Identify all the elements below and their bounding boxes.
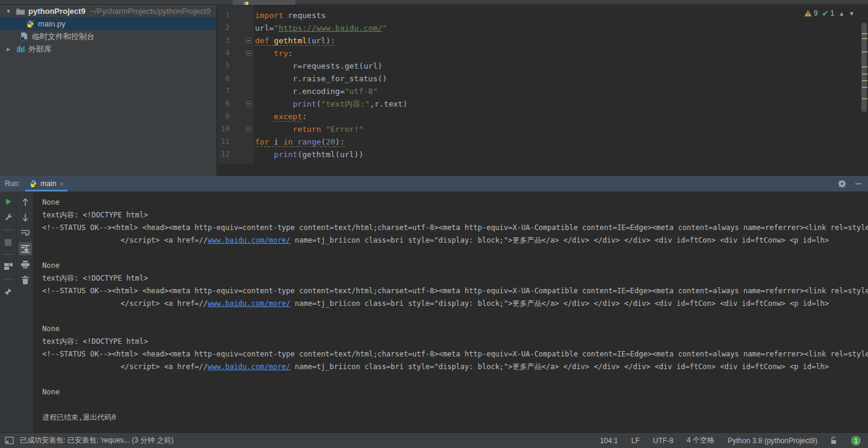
chevron-right-icon[interactable]: ▸ <box>5 43 12 55</box>
indent-setting[interactable]: 4 个空格 <box>687 435 714 446</box>
fold-marker-icon[interactable] <box>246 101 251 107</box>
code-token: "utf-8" <box>345 87 378 96</box>
stop-button[interactable] <box>2 235 15 249</box>
line-number: 2 <box>218 22 230 34</box>
code-token: print <box>274 150 297 159</box>
warnings-indicator[interactable]: 9 <box>804 9 818 17</box>
console-line: <!--STATUS OK--><html> <head><meta http-… <box>42 348 868 361</box>
code-text: url="https://www.baidu.com/" <box>255 22 387 34</box>
typos-indicator[interactable]: ✔ 1 <box>822 9 835 18</box>
code-token: text内容: <!DOCTYPE html> <box>42 337 148 346</box>
code-token: r.raise_for_status() <box>255 74 387 83</box>
code-line[interactable]: 7 r.encoding="utf-8" <box>218 85 868 98</box>
code-line[interactable]: 4 try: <box>218 47 868 60</box>
code-editor[interactable]: 1import requests2url="https://www.baidu.… <box>218 5 868 176</box>
unlocked-icon[interactable] <box>831 437 838 444</box>
tree-row-project-root[interactable]: ▾ pythonProject9 ~/PycharmProjects/pytho… <box>0 5 216 17</box>
python-interpreter[interactable]: Python 3.8 (pythonProject9) <box>728 437 817 445</box>
trash-icon <box>22 276 29 284</box>
code-token <box>255 112 274 121</box>
pin-tab-button[interactable] <box>2 285 15 298</box>
chevron-down-icon[interactable]: ▾ <box>5 5 12 17</box>
code-line[interactable]: 5 r=requests.get(url) <box>218 60 868 72</box>
code-line[interactable]: 9 except: <box>218 110 868 123</box>
up-stacktrace-button[interactable] <box>19 195 32 208</box>
code-line[interactable]: 8 print("text内容:",r.text) <box>218 98 868 110</box>
restore-layout-button[interactable] <box>2 260 15 273</box>
hyperlink[interactable]: https://www.baidu.com/ <box>278 23 382 33</box>
code-token: <!--STATUS OK--><html> <head><meta http-… <box>42 287 868 295</box>
code-line[interactable]: 6 r.raise_for_status() <box>218 72 868 85</box>
console-line <box>42 247 868 260</box>
code-token: requests <box>283 11 326 20</box>
code-text: print(gethtml(url)) <box>255 148 363 161</box>
code-token: None <box>42 388 60 396</box>
down-stacktrace-button[interactable] <box>19 211 32 224</box>
tree-row-external-libraries[interactable]: ▸ 外部库 <box>0 43 216 55</box>
line-ending[interactable]: LF <box>631 437 640 445</box>
run-tab-main[interactable]: main × <box>25 176 68 191</box>
tree-row-scratches[interactable]: ▾ 临时文件和控制台 <box>0 30 216 43</box>
fold-marker-icon[interactable] <box>246 51 251 56</box>
code-line[interactable]: 2url="https://www.baidu.com/" <box>218 22 868 34</box>
project-root-name: pythonProject9 <box>28 5 86 17</box>
code-line[interactable]: 10 return "Error!" <box>218 123 868 135</box>
warning-stripe-mark[interactable] <box>862 73 867 75</box>
tree-row-main-py[interactable]: ▾ main.py <box>0 17 216 30</box>
editor-scrollbar[interactable] <box>860 5 868 176</box>
fold-marker-icon[interactable] <box>246 38 251 43</box>
warning-stripe-mark[interactable] <box>862 51 867 52</box>
warnings-count: 9 <box>814 9 818 17</box>
warning-stripe-mark[interactable] <box>862 33 867 34</box>
warning-stripe-mark[interactable] <box>862 80 867 81</box>
code-line[interactable]: 13 <box>218 161 868 164</box>
inspection-widget[interactable]: 9 ✔ 1 ▲ ▼ <box>804 7 855 19</box>
line-number: 11 <box>218 135 230 148</box>
rerun-button[interactable] <box>2 195 15 208</box>
code-text: r.raise_for_status() <box>255 72 387 85</box>
soft-wrap-button[interactable] <box>19 226 32 240</box>
tool-window-toggle-icon[interactable] <box>5 437 14 444</box>
code-token: i <box>269 137 283 147</box>
run-console-output[interactable]: Nonetext内容: <!DOCTYPE html><!--STATUS OK… <box>34 191 868 432</box>
warning-stripe-mark[interactable] <box>862 66 867 67</box>
tree-item-label: main.py <box>38 17 66 30</box>
code-line[interactable]: 3def gethtml(url): <box>218 34 868 47</box>
close-icon[interactable]: × <box>59 179 64 188</box>
print-button[interactable] <box>19 258 32 271</box>
editor-tab-fragment[interactable] <box>233 0 295 5</box>
code-token: "text内容:" <box>321 99 370 108</box>
hyperlink[interactable]: www.baidu.com/more/ <box>208 236 291 244</box>
clear-console-button[interactable] <box>19 273 32 287</box>
run-tool-window-header: Run: main × <box>0 176 868 191</box>
code-line[interactable]: 1import requests <box>218 9 868 22</box>
code-token: import <box>255 11 283 20</box>
notification-badge[interactable]: 1 <box>851 436 861 446</box>
fold-marker-icon[interactable] <box>246 126 251 132</box>
warning-stripe-mark[interactable] <box>862 87 867 88</box>
console-line: text内容: <!DOCTYPE html> <box>42 335 868 348</box>
line-number: 3 <box>218 34 230 47</box>
run-label: Run: <box>5 179 20 188</box>
hyperlink[interactable]: www.baidu.com/more/ <box>208 299 291 308</box>
line-number: 4 <box>218 47 230 60</box>
code-line[interactable]: 11for i in range(20): <box>218 135 868 148</box>
warning-stripe-mark[interactable] <box>862 98 867 99</box>
code-token: : <box>288 49 293 58</box>
code-lines: 1import requests2url="https://www.baidu.… <box>218 5 868 164</box>
caret-position[interactable]: 104:1 <box>600 437 618 445</box>
hide-icon[interactable] <box>855 180 862 187</box>
scroll-to-end-button[interactable] <box>19 242 32 255</box>
hyperlink[interactable]: www.baidu.com/more/ <box>208 362 291 371</box>
code-token: return <box>293 125 321 134</box>
status-message[interactable]: 已成功安装包: 已安装包: 'reques... (3 分钟 之前) <box>20 435 174 446</box>
edit-configuration-button[interactable] <box>2 211 15 224</box>
code-token: text内容: <!DOCTYPE html> <box>42 211 148 219</box>
warning-stripe-mark[interactable] <box>862 38 867 39</box>
next-issue-icon[interactable]: ▼ <box>849 10 855 17</box>
gear-icon[interactable] <box>838 179 846 188</box>
console-line: </script> <a href=//www.baidu.com/more/ … <box>42 361 868 373</box>
file-encoding[interactable]: UTF-8 <box>653 437 673 445</box>
code-line[interactable]: 12 print(gethtml(url)) <box>218 148 868 161</box>
prev-issue-icon[interactable]: ▲ <box>838 10 844 17</box>
